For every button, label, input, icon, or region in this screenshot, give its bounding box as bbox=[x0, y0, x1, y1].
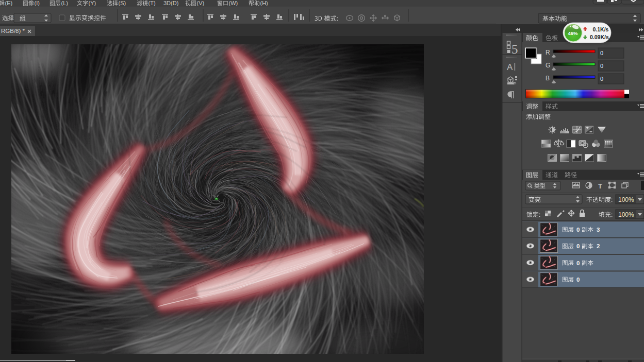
svg-text:(L): (L) bbox=[61, 0, 68, 6]
svg-text:0: 0 bbox=[576, 227, 580, 233]
svg-text:0: 0 bbox=[576, 277, 580, 283]
svg-text:3: 3 bbox=[597, 227, 600, 233]
svg-text:100%: 100% bbox=[618, 211, 634, 218]
svg-text:0: 0 bbox=[600, 76, 603, 82]
svg-text:0: 0 bbox=[576, 243, 580, 249]
svg-text:100%: 100% bbox=[618, 196, 634, 203]
svg-text:(S): (S) bbox=[119, 0, 126, 6]
svg-text:B: B bbox=[546, 75, 550, 82]
svg-text:46%: 46% bbox=[568, 30, 579, 36]
svg-text:(T): (T) bbox=[148, 0, 156, 6]
svg-text:(I): (I) bbox=[35, 0, 40, 6]
svg-text:(Y): (Y) bbox=[89, 0, 96, 6]
svg-text:3D(D): 3D(D) bbox=[163, 0, 178, 6]
svg-text:0: 0 bbox=[600, 50, 603, 56]
svg-text:T: T bbox=[598, 182, 602, 190]
svg-text:(H): (H) bbox=[260, 0, 268, 6]
svg-text:G: G bbox=[546, 62, 550, 69]
svg-text:RGB/8) *: RGB/8) * bbox=[1, 28, 25, 34]
svg-text:0: 0 bbox=[600, 63, 603, 69]
svg-text:R: R bbox=[546, 49, 550, 56]
svg-text:0.1K/s: 0.1K/s bbox=[593, 26, 609, 32]
svg-text:(V): (V) bbox=[197, 0, 205, 6]
svg-text:5: 5 bbox=[511, 42, 518, 56]
svg-text:0: 0 bbox=[576, 260, 580, 266]
svg-text:(W): (W) bbox=[229, 0, 238, 6]
svg-text:(E): (E) bbox=[5, 0, 13, 6]
svg-text:A: A bbox=[507, 62, 513, 72]
svg-text:0.09K/s: 0.09K/s bbox=[590, 34, 609, 40]
svg-text:2: 2 bbox=[597, 243, 600, 249]
